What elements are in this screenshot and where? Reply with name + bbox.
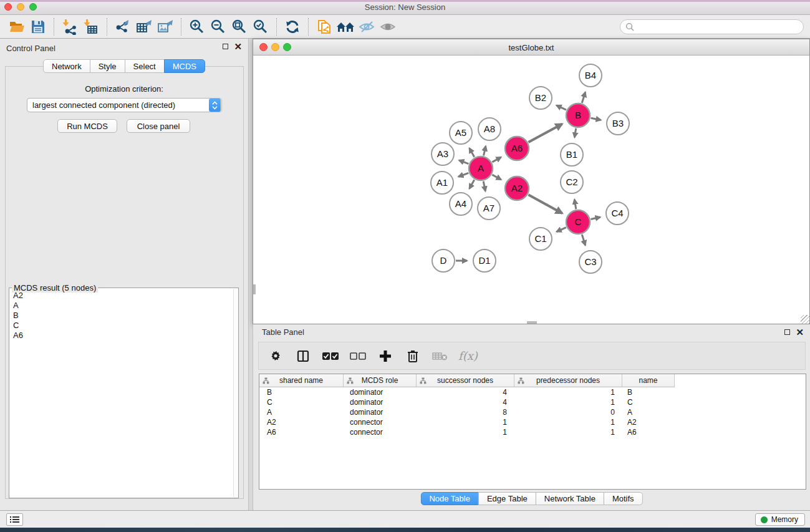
float-panel-icon[interactable] xyxy=(223,44,228,49)
graph-edge-A-A2[interactable] xyxy=(492,175,501,180)
zoom-selected-icon[interactable] xyxy=(250,17,271,36)
column-header-shared-name[interactable]: shared name xyxy=(259,374,344,387)
graph-node-label: A6 xyxy=(511,143,523,153)
zoom-out-icon[interactable] xyxy=(208,17,229,36)
export-table-icon[interactable] xyxy=(133,17,155,36)
graph-edge-A2-C[interactable] xyxy=(528,195,562,213)
close-panel-button[interactable]: Close panel xyxy=(127,119,190,133)
resize-grip-icon[interactable] xyxy=(801,315,809,324)
search-input[interactable] xyxy=(634,21,803,33)
status-bar: Memory xyxy=(0,510,810,528)
graph-edge-B-B1[interactable] xyxy=(574,128,576,138)
graph-edge-A-A5[interactable] xyxy=(470,148,475,157)
zoom-in-icon[interactable] xyxy=(186,17,208,36)
table-cell: B xyxy=(259,387,344,397)
deselect-all-icon[interactable] xyxy=(349,347,367,365)
refresh-view-icon[interactable] xyxy=(282,17,303,36)
column-header-MCDS-role[interactable]: MCDS role xyxy=(344,374,417,387)
optimization-criterion-select[interactable]: largest connected component (directed) xyxy=(27,98,222,112)
result-item[interactable]: A xyxy=(9,301,233,311)
graph-edge-A-A4[interactable] xyxy=(470,180,475,188)
show-all-icon[interactable] xyxy=(377,17,398,36)
result-item[interactable]: C xyxy=(9,321,233,331)
first-neighbors-icon[interactable] xyxy=(335,17,356,36)
import-network-icon[interactable] xyxy=(59,17,80,36)
result-item[interactable]: B xyxy=(9,311,233,321)
tab-select[interactable]: Select xyxy=(125,59,165,73)
memory-status-icon xyxy=(761,516,768,523)
save-session-icon[interactable] xyxy=(27,17,49,36)
duplicate-network-icon[interactable] xyxy=(314,17,335,36)
export-image-icon[interactable] xyxy=(155,17,176,36)
graph-edge-C-C1[interactable] xyxy=(557,228,566,232)
table-cell: connector xyxy=(344,427,417,437)
table-cell: C xyxy=(622,397,675,407)
table-row[interactable]: A6connector11A6 xyxy=(259,427,806,437)
canvas-vscroll-thumb[interactable] xyxy=(253,284,256,294)
close-panel-icon[interactable]: ✕ xyxy=(234,44,242,49)
delete-column-icon[interactable] xyxy=(403,347,422,365)
graph-node-label: C4 xyxy=(611,208,623,218)
graph-edge-C-C2[interactable] xyxy=(574,200,576,210)
table-settings-icon[interactable] xyxy=(266,347,285,365)
graph-edge-B-B4[interactable] xyxy=(582,92,585,103)
graph-edge-B-B3[interactable] xyxy=(591,118,601,120)
panel-list-button[interactable] xyxy=(6,513,23,526)
tab-network[interactable]: Network xyxy=(43,59,90,73)
function-builder-icon[interactable]: f(x) xyxy=(458,349,478,362)
canvas-hscroll-thumb[interactable] xyxy=(527,321,537,324)
select-all-icon[interactable] xyxy=(321,347,340,365)
optimization-criterion-label: Optimization criterion: xyxy=(0,84,248,94)
zoom-fit-icon[interactable] xyxy=(229,17,250,36)
graph-node-label: A5 xyxy=(455,127,466,138)
table-tab-node-table[interactable]: Node Table xyxy=(420,492,479,505)
memory-button[interactable]: Memory xyxy=(755,513,805,526)
column-header-name[interactable]: name xyxy=(622,374,675,387)
graph-edge-C-C3[interactable] xyxy=(582,235,585,245)
app-title: Session: New Session xyxy=(0,2,810,12)
mcds-result-list[interactable]: A2ABCA6 xyxy=(9,291,233,496)
graph-edge-A-A1[interactable] xyxy=(458,173,468,177)
split-table-view-icon[interactable] xyxy=(294,347,312,365)
add-column-icon[interactable] xyxy=(376,347,395,365)
open-session-icon[interactable] xyxy=(6,17,27,36)
graph-edge-A-A6[interactable] xyxy=(492,157,501,162)
float-table-panel-icon[interactable] xyxy=(784,329,790,335)
graph-edge-A6-B[interactable] xyxy=(528,124,562,142)
table-cell: 1 xyxy=(514,417,622,427)
tab-style[interactable]: Style xyxy=(90,59,125,73)
table-row[interactable]: Cdominator41C xyxy=(259,397,806,407)
table-row[interactable]: Bdominator41B xyxy=(259,387,806,397)
network-window-titlebar[interactable]: testGlobe.txt xyxy=(253,39,809,56)
close-table-panel-icon[interactable]: ✕ xyxy=(796,329,804,335)
column-header-label: successor nodes xyxy=(437,376,493,385)
column-header-predecessor-nodes[interactable]: predecessor nodes xyxy=(514,374,622,387)
graph-edge-A-A7[interactable] xyxy=(483,181,485,191)
graph-node-label: D1 xyxy=(478,255,490,266)
result-item[interactable]: A2 xyxy=(9,291,233,301)
run-mcds-button[interactable]: Run MCDS xyxy=(57,119,117,133)
network-canvas[interactable]: B4B2BB3A8A5A6B1A3AA1C2A2A4A7C4CC1C3DD1 xyxy=(253,56,809,324)
table-row[interactable]: Adominator80A xyxy=(259,407,806,417)
graph-edge-C-C4[interactable] xyxy=(591,217,600,219)
hide-selected-icon[interactable] xyxy=(356,17,377,36)
graph-edge-B-B2[interactable] xyxy=(556,105,566,110)
dock-strip xyxy=(0,528,810,532)
result-item[interactable]: A6 xyxy=(9,331,233,341)
graph-edge-A-A3[interactable] xyxy=(459,160,468,164)
table-tab-edge-table[interactable]: Edge Table xyxy=(478,492,536,505)
control-panel-tabs: NetworkStyleSelectMCDS xyxy=(43,59,205,73)
tab-mcds[interactable]: MCDS xyxy=(164,59,205,73)
table-tab-motifs[interactable]: Motifs xyxy=(604,492,643,505)
delete-table-icon[interactable] xyxy=(431,347,450,365)
table-tab-network-table[interactable]: Network Table xyxy=(536,492,604,505)
result-scrollbar[interactable] xyxy=(233,289,238,497)
table-row[interactable]: A2connector11A2 xyxy=(259,417,806,427)
column-header-successor-nodes[interactable]: successor nodes xyxy=(417,374,514,387)
search-icon xyxy=(625,22,634,31)
export-network-icon[interactable] xyxy=(112,17,133,36)
import-table-icon[interactable] xyxy=(80,17,102,36)
search-field[interactable] xyxy=(620,19,804,34)
tree-icon xyxy=(518,377,524,384)
graph-edge-A-A8[interactable] xyxy=(484,146,486,155)
